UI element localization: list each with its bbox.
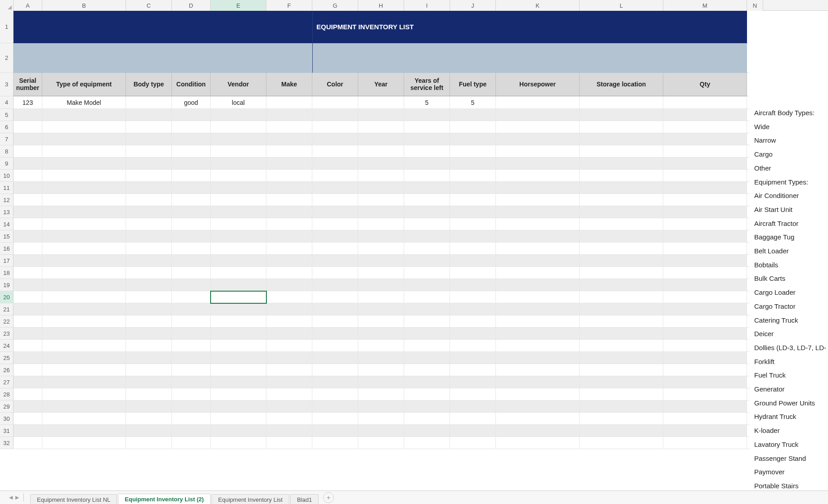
row-header-29[interactable]: 29 (0, 400, 14, 413)
cell-H6[interactable] (358, 121, 404, 133)
row-header-8[interactable]: 8 (0, 145, 14, 158)
cell-G30[interactable] (312, 413, 358, 425)
sheet-tab-3[interactable]: Blad1 (290, 494, 319, 504)
cell-M24[interactable] (663, 340, 747, 352)
table-header-I[interactable]: Years of service left (404, 73, 450, 96)
cell-B18[interactable] (42, 267, 126, 279)
cell-H10[interactable] (358, 170, 404, 182)
row-header-31[interactable]: 31 (0, 425, 14, 437)
row-header-13[interactable]: 13 (0, 206, 14, 218)
cell-G9[interactable] (312, 158, 358, 170)
row-header-25[interactable]: 25 (0, 352, 14, 364)
cell-K6[interactable] (496, 121, 580, 133)
cell-D20[interactable] (172, 291, 211, 303)
row-header-7[interactable]: 7 (0, 133, 14, 145)
cell-M29[interactable] (663, 400, 747, 413)
cell-G10[interactable] (312, 170, 358, 182)
cell-K29[interactable] (496, 400, 580, 413)
cell-J28[interactable] (450, 388, 496, 400)
cell-M13[interactable] (663, 206, 747, 218)
row-header-23[interactable]: 23 (0, 328, 14, 340)
cell-F10[interactable] (266, 170, 312, 182)
cell-C8[interactable] (126, 145, 172, 158)
cell-C7[interactable] (126, 133, 172, 145)
cell-D10[interactable] (172, 170, 211, 182)
cell-K5[interactable] (496, 109, 580, 121)
cell-L11[interactable] (580, 182, 663, 194)
cell-E28[interactable] (211, 388, 266, 400)
cell-D18[interactable] (172, 267, 211, 279)
cell-C11[interactable] (126, 182, 172, 194)
cell-L23[interactable] (580, 328, 663, 340)
cell-G11[interactable] (312, 182, 358, 194)
cell-H23[interactable] (358, 328, 404, 340)
cell-F11[interactable] (266, 182, 312, 194)
cell-A6[interactable] (14, 121, 42, 133)
cell-K11[interactable] (496, 182, 580, 194)
cell-B23[interactable] (42, 328, 126, 340)
cell-J13[interactable] (450, 206, 496, 218)
cell-D25[interactable] (172, 352, 211, 364)
cell-G12[interactable] (312, 194, 358, 206)
cell-C28[interactable] (126, 388, 172, 400)
cell-I31[interactable] (404, 425, 450, 437)
cell-D26[interactable] (172, 364, 211, 376)
cell-F13[interactable] (266, 206, 312, 218)
column-header-J[interactable]: J (450, 0, 496, 11)
row-header-2[interactable]: 2 (0, 43, 14, 73)
cell-M20[interactable] (663, 291, 747, 303)
cell-F29[interactable] (266, 400, 312, 413)
cell-K22[interactable] (496, 315, 580, 328)
cell-C4[interactable] (126, 96, 172, 109)
row-header-32[interactable]: 32 (0, 437, 14, 449)
cell-L19[interactable] (580, 279, 663, 291)
cell-G21[interactable] (312, 303, 358, 315)
cell-D30[interactable] (172, 413, 211, 425)
cell-K8[interactable] (496, 145, 580, 158)
cell-G5[interactable] (312, 109, 358, 121)
cell-I13[interactable] (404, 206, 450, 218)
cell-D16[interactable] (172, 243, 211, 255)
cell-E26[interactable] (211, 364, 266, 376)
cell-L18[interactable] (580, 267, 663, 279)
cell-J8[interactable] (450, 145, 496, 158)
cell-F22[interactable] (266, 315, 312, 328)
cell-H8[interactable] (358, 145, 404, 158)
cell-E9[interactable] (211, 158, 266, 170)
table-header-C[interactable]: Body type (126, 73, 172, 96)
cell-F30[interactable] (266, 413, 312, 425)
cell-D6[interactable] (172, 121, 211, 133)
cell-L4[interactable] (580, 96, 663, 109)
cell-G25[interactable] (312, 352, 358, 364)
cell-I9[interactable] (404, 158, 450, 170)
cell-I29[interactable] (404, 400, 450, 413)
cell-A22[interactable] (14, 315, 42, 328)
cell-L6[interactable] (580, 121, 663, 133)
cell-G14[interactable] (312, 218, 358, 230)
cell-K10[interactable] (496, 170, 580, 182)
cell-K4[interactable] (496, 96, 580, 109)
column-header-M[interactable]: M (663, 0, 747, 11)
column-header-L[interactable]: L (580, 0, 663, 11)
cell-M27[interactable] (663, 376, 747, 388)
row-header-26[interactable]: 26 (0, 364, 14, 376)
cell-L7[interactable] (580, 133, 663, 145)
cell-C9[interactable] (126, 158, 172, 170)
table-header-M[interactable]: Qty (663, 73, 747, 96)
cell-F8[interactable] (266, 145, 312, 158)
cell-C26[interactable] (126, 364, 172, 376)
cell-K23[interactable] (496, 328, 580, 340)
table-header-K[interactable]: Horsepower (496, 73, 580, 96)
cell-K17[interactable] (496, 255, 580, 267)
cell-C16[interactable] (126, 243, 172, 255)
cell-H14[interactable] (358, 218, 404, 230)
table-header-H[interactable]: Year (358, 73, 404, 96)
cell-F24[interactable] (266, 340, 312, 352)
cell-A4[interactable]: 123 (14, 96, 42, 109)
cell-C14[interactable] (126, 218, 172, 230)
cell-A7[interactable] (14, 133, 42, 145)
cell-B4[interactable]: Make Model (42, 96, 126, 109)
cell-J21[interactable] (450, 303, 496, 315)
cell-L30[interactable] (580, 413, 663, 425)
cell-I26[interactable] (404, 364, 450, 376)
